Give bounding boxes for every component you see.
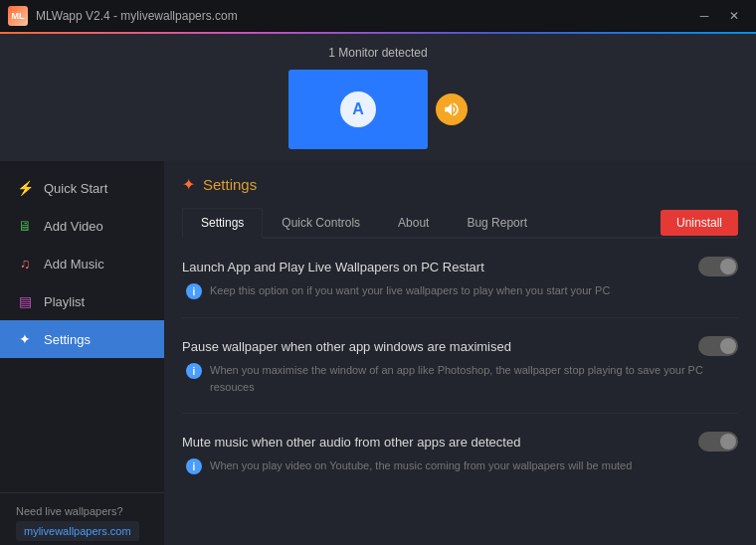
setting-desc-pause-wallpaper: When you maximise the window of an app l… bbox=[210, 362, 738, 395]
sidebar-item-playlist[interactable]: ▤ Playlist bbox=[0, 282, 164, 320]
lightning-icon: ⚡ bbox=[16, 179, 34, 197]
info-icon-launch-app: i bbox=[186, 283, 202, 299]
uninstall-button[interactable]: Uninstall bbox=[661, 210, 738, 236]
setting-label-launch-app: Launch App and Play Live Wallpapers on P… bbox=[182, 260, 484, 274]
speaker-icon bbox=[443, 100, 461, 118]
monitor-section: 1 Monitor detected A bbox=[0, 34, 756, 161]
setting-main-launch-app: Launch App and Play Live Wallpapers on P… bbox=[182, 257, 738, 276]
divider-2 bbox=[182, 413, 738, 414]
toggle-pause-wallpaper[interactable] bbox=[698, 336, 738, 356]
tabs-bar: Settings Quick Controls About Bug Report… bbox=[182, 208, 738, 239]
settings-page-title: Settings bbox=[203, 176, 257, 193]
wallpapers-link[interactable]: mylivewallpapers.com bbox=[16, 521, 139, 541]
setting-row-mute-music: Mute music when other audio from other a… bbox=[182, 432, 738, 474]
app-title: MLWapp V2.4 - mylivewallpapers.com bbox=[36, 9, 238, 23]
logo-text: ML bbox=[12, 11, 25, 21]
sidebar-item-quick-start[interactable]: ⚡ Quick Start bbox=[0, 169, 164, 207]
sidebar-item-settings[interactable]: ✦ Settings bbox=[0, 320, 164, 358]
divider-1 bbox=[182, 317, 738, 318]
setting-main-mute-music: Mute music when other audio from other a… bbox=[182, 432, 738, 452]
setting-row-pause-wallpaper: Pause wallpaper when other app windows a… bbox=[182, 336, 738, 395]
content-area: ✦ Settings Settings Quick Controls About… bbox=[164, 161, 756, 545]
title-bar-left: ML MLWapp V2.4 - mylivewallpapers.com bbox=[8, 6, 238, 26]
setting-main-pause-wallpaper: Pause wallpaper when other app windows a… bbox=[182, 336, 738, 356]
toggle-mute-music[interactable] bbox=[698, 432, 738, 452]
title-bar-controls: ─ ✕ bbox=[690, 5, 748, 27]
info-icon-mute-music: i bbox=[186, 458, 202, 474]
sidebar-label-playlist: Playlist bbox=[44, 294, 85, 309]
monitor-display-area: A bbox=[0, 70, 756, 149]
settings-header: ✦ Settings bbox=[182, 175, 738, 194]
main-layout: ⚡ Quick Start 🖥 Add Video ♫ Add Music ▤ … bbox=[0, 161, 756, 545]
monitor-avatar: A bbox=[340, 91, 376, 127]
setting-info-pause-wallpaper: i When you maximise the window of an app… bbox=[182, 362, 738, 395]
tab-about[interactable]: About bbox=[379, 208, 448, 237]
sidebar-bottom: Need live wallpapers? mylivewallpapers.c… bbox=[0, 492, 164, 545]
title-bar: ML MLWapp V2.4 - mylivewallpapers.com ─ … bbox=[0, 0, 756, 32]
tab-quick-controls[interactable]: Quick Controls bbox=[263, 208, 379, 237]
sidebar-item-add-video[interactable]: 🖥 Add Video bbox=[0, 207, 164, 245]
sidebar: ⚡ Quick Start 🖥 Add Video ♫ Add Music ▤ … bbox=[0, 161, 164, 545]
info-icon-pause-wallpaper: i bbox=[186, 363, 202, 379]
need-wallpapers-text: Need live wallpapers? bbox=[16, 505, 148, 517]
setting-desc-mute-music: When you play video on Youtube, the musi… bbox=[210, 457, 632, 474]
setting-desc-launch-app: Keep this option on if you want your liv… bbox=[210, 282, 610, 299]
sidebar-item-add-music[interactable]: ♫ Add Music bbox=[0, 245, 164, 282]
tab-settings[interactable]: Settings bbox=[182, 208, 263, 239]
sidebar-label-add-video: Add Video bbox=[44, 219, 103, 234]
sidebar-label-quick-start: Quick Start bbox=[44, 181, 107, 196]
monitor-screen: A bbox=[288, 70, 428, 149]
app-logo: ML bbox=[8, 6, 28, 26]
music-icon: ♫ bbox=[16, 255, 34, 272]
setting-row-launch-app: Launch App and Play Live Wallpapers on P… bbox=[182, 257, 738, 299]
monitor-detected-text: 1 Monitor detected bbox=[0, 46, 756, 60]
screen-icon: 🖥 bbox=[16, 217, 34, 235]
playlist-icon: ▤ bbox=[16, 292, 34, 310]
toggle-launch-app[interactable] bbox=[698, 257, 738, 276]
settings-wrench-icon: ✦ bbox=[182, 175, 195, 194]
settings-sidebar-icon: ✦ bbox=[16, 330, 34, 348]
sidebar-label-settings: Settings bbox=[44, 332, 91, 347]
sound-toggle-button[interactable] bbox=[436, 93, 468, 125]
minimize-button[interactable]: ─ bbox=[690, 5, 718, 27]
setting-info-launch-app: i Keep this option on if you want your l… bbox=[182, 282, 738, 299]
setting-label-mute-music: Mute music when other audio from other a… bbox=[182, 435, 520, 450]
sidebar-label-add-music: Add Music bbox=[44, 257, 104, 272]
tab-bug-report[interactable]: Bug Report bbox=[448, 208, 546, 237]
setting-info-mute-music: i When you play video on Youtube, the mu… bbox=[182, 457, 738, 474]
setting-label-pause-wallpaper: Pause wallpaper when other app windows a… bbox=[182, 339, 511, 354]
close-button[interactable]: ✕ bbox=[720, 5, 748, 27]
